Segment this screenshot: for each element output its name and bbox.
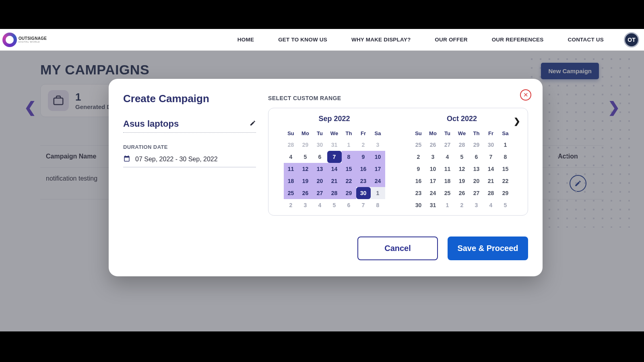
calendar-day[interactable]: 25 [411,139,426,151]
calendar-day[interactable]: 7 [327,151,342,163]
calendar-day[interactable]: 30 [313,139,327,151]
calendar-day[interactable]: 12 [298,163,313,175]
calendar-day[interactable]: 5 [327,199,342,211]
calendar-day[interactable]: 24 [371,175,385,187]
calendar-day[interactable]: 2 [356,139,371,151]
calendar-day[interactable]: 28 [327,187,342,199]
calendar-day[interactable]: 11 [284,163,298,175]
calendar-day[interactable]: 4 [284,151,298,163]
calendar-day[interactable]: 1 [440,199,455,211]
campaign-name-field[interactable]: Asus laptops [123,117,256,133]
nav-home[interactable]: HOME [237,37,254,43]
calendar-day[interactable]: 5 [498,199,513,211]
cancel-button[interactable]: Cancel [357,237,438,260]
calendar-day[interactable]: 17 [426,175,440,187]
calendar-day[interactable]: 30 [411,199,426,211]
calendar-day[interactable]: 14 [484,163,498,175]
calendar-day[interactable]: 19 [298,175,313,187]
calendar-day[interactable]: 15 [342,163,356,175]
top-nav: OUTSIGNAGE DIGITAL WORLD HOME GET TO KNO… [0,29,644,51]
calendar-day[interactable]: 3 [426,151,440,163]
calendar-day[interactable]: 4 [313,199,327,211]
calendar-day[interactable]: 31 [426,199,440,211]
calendar-day[interactable]: 29 [342,187,356,199]
calendar-day[interactable]: 17 [371,163,385,175]
calendar-day[interactable]: 2 [284,199,298,211]
calendar-day[interactable]: 26 [298,187,313,199]
calendar-day[interactable]: 12 [455,163,469,175]
nav-contact[interactable]: CONTACT US [568,37,604,43]
calendar-day[interactable]: 1 [342,139,356,151]
calendar-day[interactable]: 18 [440,175,455,187]
calendar-day[interactable]: 11 [440,163,455,175]
save-proceed-button[interactable]: Save & Proceed [448,237,528,260]
calendar-day[interactable]: 3 [298,199,313,211]
calendar-day[interactable]: 26 [426,139,440,151]
calendar-day[interactable]: 21 [327,175,342,187]
calendar-day[interactable]: 10 [426,163,440,175]
calendar-day[interactable]: 9 [356,151,371,163]
calendar-day[interactable]: 4 [484,199,498,211]
calendar-day[interactable]: 26 [455,187,469,199]
calendar-day[interactable]: 27 [313,187,327,199]
calendar-day[interactable]: 28 [484,187,498,199]
calendar-day[interactable]: 27 [440,139,455,151]
calendar-day[interactable]: 2 [455,199,469,211]
calendar-day[interactable]: 3 [469,199,484,211]
calendar-day[interactable]: 13 [313,163,327,175]
calendar-day[interactable]: 20 [469,175,484,187]
nav-offer[interactable]: OUR OFFER [435,37,467,43]
edit-name-button[interactable] [250,120,256,128]
nav-why[interactable]: WHY MAKE DISPLAY? [351,37,411,43]
calendar-day[interactable]: 10 [371,151,385,163]
calendar-day[interactable]: 21 [484,175,498,187]
calendar-day[interactable]: 29 [469,139,484,151]
calendar-day[interactable]: 25 [284,187,298,199]
nav-references[interactable]: OUR REFERENCES [492,37,544,43]
calendar-day[interactable]: 7 [484,151,498,163]
calendar-day[interactable]: 23 [411,187,426,199]
calendar-day[interactable]: 6 [469,151,484,163]
calendar-day[interactable]: 29 [498,187,513,199]
calendar-day[interactable]: 8 [371,199,385,211]
calendar-day[interactable]: 15 [498,163,513,175]
calendar-day[interactable]: 7 [356,199,371,211]
calendar-day[interactable]: 2 [411,151,426,163]
calendar-day[interactable]: 6 [313,151,327,163]
calendar-day[interactable]: 8 [498,151,513,163]
calendar-day[interactable]: 22 [498,175,513,187]
calendar-day[interactable]: 4 [440,151,455,163]
create-campaign-modal: ✕ Create Campaign Asus laptops DURATION … [109,79,543,276]
calendar-day[interactable]: 16 [356,163,371,175]
calendar-day[interactable]: 14 [327,163,342,175]
calendar-day[interactable]: 8 [342,151,356,163]
calendar-day[interactable]: 30 [356,187,371,199]
calendar-day[interactable]: 19 [455,175,469,187]
calendar-day[interactable]: 18 [284,175,298,187]
calendar-day[interactable]: 16 [411,175,426,187]
calendar-day[interactable]: 5 [298,151,313,163]
calendar-day[interactable]: 6 [342,199,356,211]
calendar-day[interactable]: 9 [411,163,426,175]
calendar-day[interactable]: 22 [342,175,356,187]
calendar-day[interactable]: 28 [284,139,298,151]
calendar-day[interactable]: 24 [426,187,440,199]
duration-date-field[interactable]: 07 Sep, 2022 - 30 Sep, 2022 [123,155,256,167]
user-avatar[interactable]: OT [624,32,639,47]
calendar-day[interactable]: 20 [313,175,327,187]
calendar-day[interactable]: 25 [440,187,455,199]
calendar-day[interactable]: 29 [298,139,313,151]
calendar-day[interactable]: 27 [469,187,484,199]
next-month-button[interactable]: ❯ [514,116,520,126]
calendar-day[interactable]: 3 [371,139,385,151]
calendar-day[interactable]: 30 [484,139,498,151]
calendar-day[interactable]: 1 [371,187,385,199]
calendar-day[interactable]: 13 [469,163,484,175]
nav-about[interactable]: GET TO KNOW US [278,37,327,43]
calendar-day[interactable]: 5 [455,151,469,163]
calendar-day[interactable]: 23 [356,175,371,187]
calendar-day[interactable]: 28 [455,139,469,151]
modal-close-button[interactable]: ✕ [520,89,531,101]
calendar-day[interactable]: 1 [498,139,513,151]
calendar-day[interactable]: 31 [327,139,342,151]
